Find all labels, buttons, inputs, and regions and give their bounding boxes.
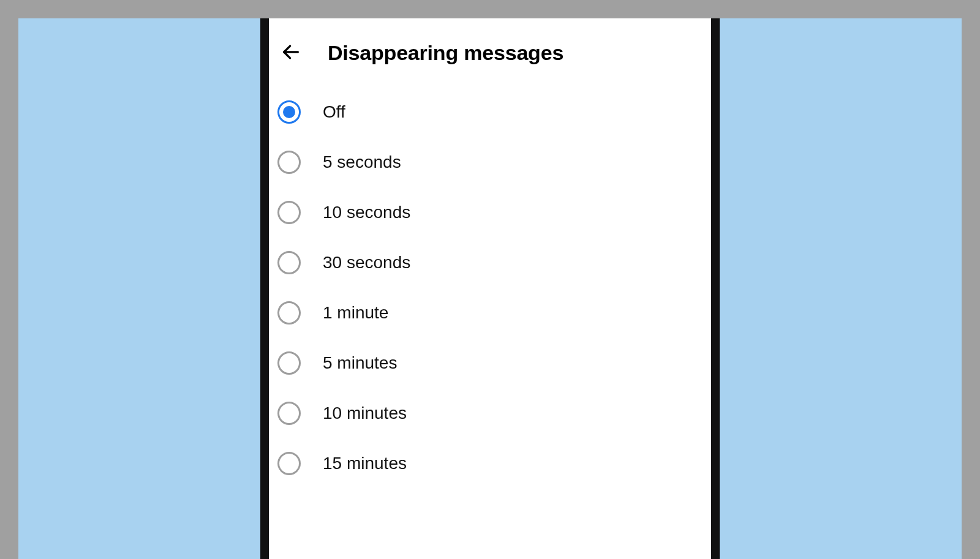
option-label: 1 minute bbox=[323, 303, 388, 323]
radio-button[interactable] bbox=[277, 201, 301, 224]
radio-button[interactable] bbox=[277, 402, 301, 425]
option-row[interactable]: 10 minutes bbox=[269, 388, 711, 438]
options-list: Off5 seconds10 seconds30 seconds1 minute… bbox=[269, 82, 711, 489]
radio-dot-icon bbox=[283, 106, 295, 118]
option-label: Off bbox=[323, 102, 345, 122]
option-label: 15 minutes bbox=[323, 454, 407, 473]
app-screen: Disappearing messages Off5 seconds10 sec… bbox=[269, 18, 711, 559]
radio-button[interactable] bbox=[277, 351, 301, 375]
option-row[interactable]: 5 minutes bbox=[269, 338, 711, 388]
back-button[interactable] bbox=[276, 38, 306, 67]
page-title: Disappearing messages bbox=[328, 41, 564, 65]
radio-button[interactable] bbox=[277, 151, 301, 174]
radio-button[interactable] bbox=[277, 452, 301, 475]
option-row[interactable]: 5 seconds bbox=[269, 137, 711, 187]
option-label: 30 seconds bbox=[323, 253, 410, 272]
page-background: Disappearing messages Off5 seconds10 sec… bbox=[0, 0, 980, 559]
device-frame: Disappearing messages Off5 seconds10 sec… bbox=[260, 18, 720, 559]
radio-button[interactable] bbox=[277, 251, 301, 274]
radio-button[interactable] bbox=[277, 301, 301, 325]
arrow-left-icon bbox=[281, 42, 301, 64]
option-row[interactable]: Off bbox=[269, 87, 711, 137]
radio-button[interactable] bbox=[277, 100, 301, 124]
option-row[interactable]: 15 minutes bbox=[269, 438, 711, 489]
option-label: 5 minutes bbox=[323, 353, 397, 373]
app-bar: Disappearing messages bbox=[269, 18, 711, 82]
option-label: 5 seconds bbox=[323, 152, 401, 172]
option-row[interactable]: 10 seconds bbox=[269, 187, 711, 238]
option-label: 10 seconds bbox=[323, 203, 410, 222]
outer-panel: Disappearing messages Off5 seconds10 sec… bbox=[18, 18, 962, 559]
option-row[interactable]: 1 minute bbox=[269, 288, 711, 338]
option-row[interactable]: 30 seconds bbox=[269, 238, 711, 288]
option-label: 10 minutes bbox=[323, 403, 407, 423]
